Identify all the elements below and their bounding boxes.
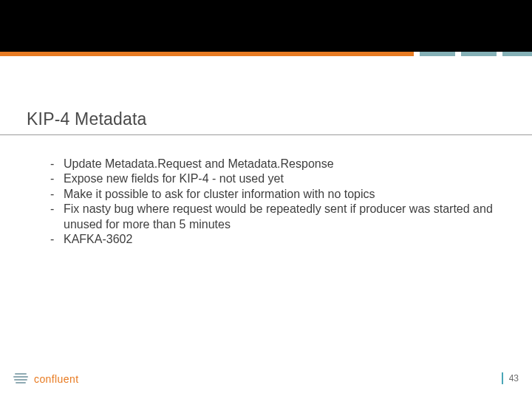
dash-icon: - (50, 202, 64, 232)
logo-mark-icon (13, 372, 30, 386)
page-divider-icon (502, 372, 503, 384)
slide: KIP-4 Metadata - Update Metadata.Request… (0, 0, 532, 399)
stripe-teal (461, 52, 497, 56)
slide-title: KIP-4 Metadata (27, 109, 147, 129)
stripe-orange (0, 52, 414, 56)
list-item-text: KAFKA-3602 (64, 232, 494, 247)
stripe-teal (420, 52, 455, 56)
list-item: - Expose new fields for KIP-4 - not used… (50, 171, 494, 186)
top-black-bar (0, 0, 532, 52)
footer: confluent 43 (0, 366, 532, 386)
brand-name: confluent (34, 373, 78, 385)
list-item: - Fix nasty bug where request would be r… (50, 202, 494, 232)
page-number: 43 (509, 373, 519, 383)
list-item-text: Make it possible to ask for cluster info… (64, 187, 494, 202)
stripe-teal (502, 52, 532, 56)
accent-stripe (0, 52, 532, 56)
title-underline (0, 134, 532, 135)
list-item-text: Expose new fields for KIP-4 - not used y… (64, 171, 494, 186)
list-item-text: Fix nasty bug where request would be rep… (64, 202, 494, 232)
list-item: - KAFKA-3602 (50, 232, 494, 247)
list-item: - Make it possible to ask for cluster in… (50, 187, 494, 202)
page-number-wrap: 43 (502, 372, 519, 384)
dash-icon: - (50, 232, 64, 247)
brand-logo: confluent (13, 372, 78, 386)
bullet-list: - Update Metadata.Request and Metadata.R… (50, 157, 494, 248)
dash-icon: - (50, 171, 64, 186)
dash-icon: - (50, 157, 64, 171)
list-item: - Update Metadata.Request and Metadata.R… (50, 157, 494, 171)
dash-icon: - (50, 187, 64, 202)
list-item-text: Update Metadata.Request and Metadata.Res… (64, 157, 494, 171)
